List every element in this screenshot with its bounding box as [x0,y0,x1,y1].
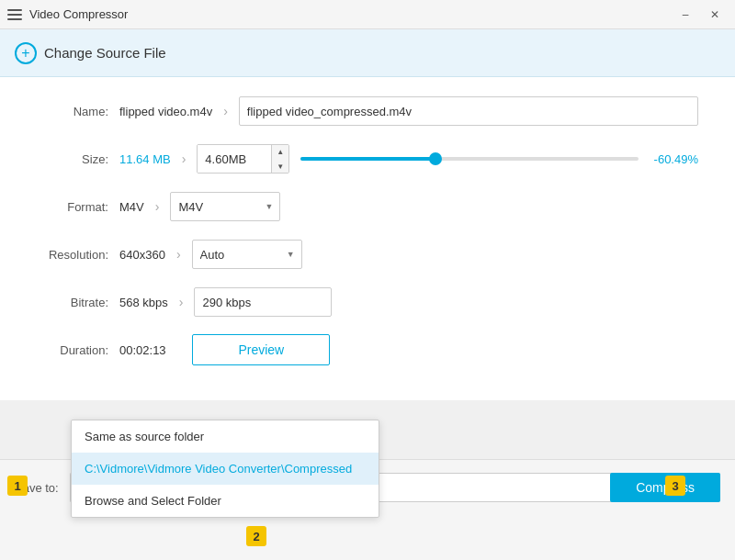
name-label: Name: [37,105,119,118]
size-target-input[interactable] [198,144,271,174]
size-arrow: › [182,151,187,166]
bitrate-label: Bitrate: [37,296,119,309]
name-arrow: › [223,104,228,118]
minimize-button[interactable]: – [673,6,698,24]
change-source-button[interactable]: + Change Source File [15,42,166,64]
size-down-button[interactable]: ▼ [272,159,288,174]
format-source-value: M4V [119,200,144,214]
bitrate-target-input[interactable] [194,287,332,317]
format-row: Format: M4V › M4V MP4 AVI MOV MKV [37,191,698,222]
size-up-button[interactable]: ▲ [272,144,288,159]
duration-label: Duration: [37,343,119,357]
app-title: Video Compressor [29,7,128,21]
size-slider-track[interactable] [300,157,639,161]
size-spinners: ▲ ▼ [271,144,288,174]
preview-button[interactable]: Preview [192,334,330,365]
resolution-label: Resolution: [37,248,119,262]
duration-row: Duration: 00:02:13 › Preview [37,334,698,365]
resolution-select[interactable]: Auto 1080p 720p 480p 360p [192,240,302,269]
bitrate-row: Bitrate: 568 kbps › [37,286,698,318]
resolution-source-value: 640x360 [119,248,165,262]
size-input-wrap: ▲ ▼ [197,144,289,174]
save-dropdown-menu: Same as source folder C:\Vidmore\Vidmore… [71,420,379,518]
slider-percent: -60.49% [648,152,698,166]
bottom-bar: Save to: ▼ ≡ Compress Same as source fol… [0,459,735,560]
size-label: Size: [37,152,119,166]
bitrate-source-value: 568 kbps [119,296,168,309]
duration-value: 00:02:13 [119,343,166,357]
resolution-select-wrap: Auto 1080p 720p 480p 360p [192,240,302,269]
badge-2: 2 [246,526,266,546]
title-bar: Video Compressor – ✕ [0,0,735,29]
format-select-wrap: M4V MP4 AVI MOV MKV [170,192,280,221]
dropdown-item-same-source[interactable]: Same as source folder [72,420,379,453]
change-source-label: Change Source File [44,45,166,61]
bitrate-arrow: › [179,295,184,309]
resolution-arrow: › [176,247,181,262]
name-row: Name: flipped video.m4v › [37,95,698,127]
format-arrow: › [155,199,160,214]
main-content: Name: flipped video.m4v › Size: 11.64 MB… [0,77,735,400]
toolbar: + Change Source File [0,29,735,77]
badge-3: 3 [665,476,685,496]
size-controls: ▲ ▼ -60.49% [197,144,698,174]
name-source-value: flipped video.m4v [119,105,212,118]
name-target-input[interactable] [239,96,698,126]
format-select[interactable]: M4V MP4 AVI MOV MKV [170,192,280,221]
add-icon: + [15,42,37,64]
format-label: Format: [37,200,119,214]
menu-icon [7,7,22,22]
size-row: Size: 11.64 MB › ▲ ▼ -60.49% [37,143,698,174]
close-button[interactable]: ✕ [702,6,728,24]
dropdown-item-browse[interactable]: Browse and Select Folder [72,485,379,517]
size-source-value: 11.64 MB [119,152,171,166]
title-bar-left: Video Compressor [7,7,128,22]
dropdown-item-compressed[interactable]: C:\Vidmore\Vidmore Video Converter\Compr… [72,453,379,485]
slider-fill [300,157,435,161]
size-slider-wrap: -60.49% [300,152,698,166]
badge-1: 1 [7,476,28,496]
resolution-row: Resolution: 640x360 › Auto 1080p 720p 48… [37,239,698,270]
slider-thumb[interactable] [429,152,442,165]
title-bar-controls: – ✕ [673,6,728,24]
